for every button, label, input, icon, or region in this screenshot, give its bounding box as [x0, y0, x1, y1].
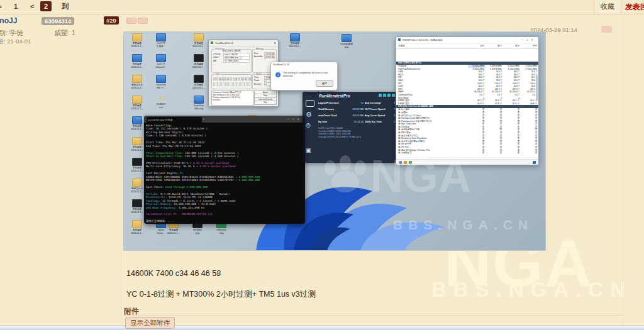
terminal-text: 0.7.10 Build 9513 (Windows/14-BDW ~ Kuru…	[160, 192, 230, 195]
terminal-text: Topology:	[146, 199, 162, 202]
minimize-icon[interactable]: ─	[287, 118, 292, 121]
rmp-settings-icon[interactable]	[383, 94, 386, 97]
desktop-icon[interactable]: 屏幕截图2023-09-1…	[187, 54, 211, 69]
author-prestige: 威望: 1	[54, 28, 75, 38]
page-watermark-site: BBS.NGA.CN	[431, 278, 632, 302]
icon-label: 2023-09-1…	[187, 87, 211, 90]
testmem5-window[interactable]: TestMem5 0.13 ✕ Processor Intel Core i5-…	[208, 40, 279, 107]
tm5-field-value: 3.7 GHz DDR5	[223, 59, 250, 63]
terminal-text: Writing Decimal Digits:	[146, 131, 184, 134]
runmemtestpro-overlay[interactable]: RunMemtestPro ⚙ ◎ ▣ LogicalProcessor12To…	[303, 92, 397, 163]
desktop-icon[interactable]: 屏幕截图2024-05-1…	[187, 33, 211, 48]
tm5-cycle-time-cell: ·	[232, 82, 234, 86]
favorite-button[interactable]: 收藏	[594, 0, 621, 13]
folder-icon	[194, 33, 204, 41]
hwinfo-sensors-window[interactable]: HWiNFO64 v7.60-5170 - 传感器状态 ─□✕ 传感器 当前 最…	[396, 36, 539, 165]
terminal-text: 249.585 seconds ( 4.160 minutes )	[185, 155, 238, 158]
col-max[interactable]: 最大	[503, 44, 521, 48]
rmp-pin-icon[interactable]	[379, 94, 382, 97]
attached-screenshot-image[interactable]: 屏幕截图2023-01-1…屏幕截图2024-01-1…新建文件夹2023-01…	[123, 31, 546, 251]
sensor-column-headers: 传感器 当前 最小 最大 平均	[396, 43, 538, 49]
icon-label: 2023-01-1…	[125, 232, 149, 235]
tm5-cycle-cell: 0	[213, 77, 216, 81]
settings-icon[interactable]	[409, 161, 412, 164]
desktop-icon[interactable]: msedge截图png	[335, 34, 358, 48]
log-icon[interactable]	[399, 161, 402, 164]
desktop-icon[interactable]: 屏幕截图2024-04-1…	[283, 33, 307, 48]
desktop-icon[interactable]: 屏幕截图2023-01-1…	[125, 96, 149, 110]
tm5-cycle-cell: 5	[227, 77, 230, 81]
downvote-button[interactable]	[138, 18, 148, 24]
post-text-line-1: 14600K 7400 c34 46 46 58	[126, 269, 221, 278]
pager-goto-button[interactable]: 到	[58, 1, 72, 11]
tm5-cycle-time-cell: ·	[239, 82, 241, 86]
desktop-icon[interactable]: ✦25JB89Jcur1	[149, 96, 173, 109]
col-min[interactable]: 最小	[486, 44, 503, 48]
terminal-text: 34,100,338,688 ( 31.8 GiB)	[174, 202, 216, 206]
new-tab-icon[interactable]: ＋	[202, 116, 205, 123]
pager-first-button[interactable]: «	[0, 1, 6, 11]
icon-label: 2023-01-1…	[125, 45, 149, 48]
sensor-table: 内存: DDR5 [7400 MT/s]内存时钟3,700.6 MHz3,699…	[396, 62, 538, 155]
upvote-button[interactable]	[126, 18, 136, 24]
pager-page-1-button[interactable]: 1	[10, 1, 21, 11]
stat-label: memTests Used	[318, 114, 347, 117]
desktop-icon[interactable]: 屏幕截图2023-09-1…	[187, 75, 211, 89]
desktop-icon[interactable]: 新建文件夹2023-01-1…	[125, 75, 149, 89]
scrollbar-thumb[interactable]	[536, 75, 538, 101]
close-icon[interactable]: ✕	[274, 40, 276, 46]
disk-icon: ◎	[306, 122, 311, 128]
tm5-button[interactable]: Exit	[254, 101, 277, 105]
icon-label: 2024-05-1…	[187, 45, 211, 48]
close-sensors-icon[interactable]	[533, 161, 536, 164]
desktop-icon[interactable]: 屏幕截图2024-01-1…	[125, 54, 149, 69]
stat-row: Avg Coverage349.83%	[365, 99, 395, 106]
stat-label: Total Memory	[318, 107, 347, 111]
icon-label: 2023-01-1…	[125, 107, 149, 111]
tm5-processor-group: Processor Intel Core i5-14600K CPU IDInt…	[211, 49, 252, 73]
rmp-minimize-icon[interactable]	[387, 94, 391, 97]
stat-value: 32508 MB	[347, 107, 364, 111]
post-reply-button[interactable]: 发表回复	[625, 2, 644, 13]
close-icon[interactable]: ✕	[297, 118, 303, 121]
show-all-attachments-button[interactable]: 显示全部附件	[125, 317, 175, 329]
desktop-icon[interactable]: LinLT77c20cust6…	[149, 54, 173, 69]
post-badge-icon[interactable]	[601, 26, 612, 33]
pager-page-2-current[interactable]: 2	[40, 1, 52, 11]
stat-label: Avg Coverage	[365, 101, 394, 104]
pager-prev-button[interactable]: <	[26, 1, 38, 11]
hwinfo-status-bar	[396, 159, 538, 165]
sensor-row[interactable]: IA: 功率限制器否否否否	[396, 151, 538, 155]
icon-label: c20cust6…	[149, 66, 173, 69]
tm5-app-icon	[211, 41, 213, 44]
col-avg[interactable]: 平均	[521, 44, 538, 48]
terminal-text: 0.05 % kernel overhead	[193, 162, 229, 165]
col-current[interactable]: 当前	[468, 44, 486, 48]
tm5-cycle-time-cell: ·	[218, 82, 219, 86]
tm5-cycle-cell: 9	[238, 77, 240, 81]
terminal-window-controls[interactable]: ─□✕	[287, 116, 303, 123]
minimize-icon[interactable]: ─	[521, 38, 526, 41]
clock-icon[interactable]	[404, 161, 407, 164]
author-username[interactable]: inoJJ	[0, 16, 17, 25]
floor-number-badge[interactable]: #20	[104, 16, 119, 25]
tm5-cycle-cell: 7	[233, 77, 235, 81]
terminal-text: Multi-core Efficiency: 95.01 % +	[146, 165, 199, 168]
desktop-icon[interactable]: LinxxTool980 小…	[149, 75, 173, 89]
tm5-result-dialog[interactable]: TestMem5 0.13 i The testing is completed…	[270, 62, 338, 91]
desktop-icon[interactable]: LinLT77工具箱…	[149, 33, 173, 48]
desktop-icon[interactable]: KeepTask580s.reg	[187, 96, 211, 110]
terminal-text: 请按任意键继续. . .	[146, 219, 173, 223]
ycruncher-terminal-window[interactable]: y-cruncher.exe 已完成 ＋ ─□✕ Base Converting…	[144, 116, 305, 224]
desktop-icon[interactable]: 屏幕截图2023-01-1…	[125, 33, 149, 48]
tm5-cycle-time-cell: ·	[213, 82, 215, 86]
star-icon: ✦	[157, 96, 165, 102]
tm5-cycle-time-cell: ·	[220, 82, 222, 86]
ok-button[interactable]: 确定	[316, 80, 333, 87]
hwinfo-window-controls[interactable]: ─□✕	[521, 37, 536, 43]
close-icon[interactable]: ✕	[531, 38, 536, 41]
rmp-close-icon[interactable]	[392, 94, 395, 97]
gear-icon: ⚙	[306, 111, 312, 119]
terminal-tab[interactable]: y-cruncher.exe 已完成	[147, 117, 202, 123]
terminal-text: Good through 5,000,000,000	[165, 185, 208, 189]
